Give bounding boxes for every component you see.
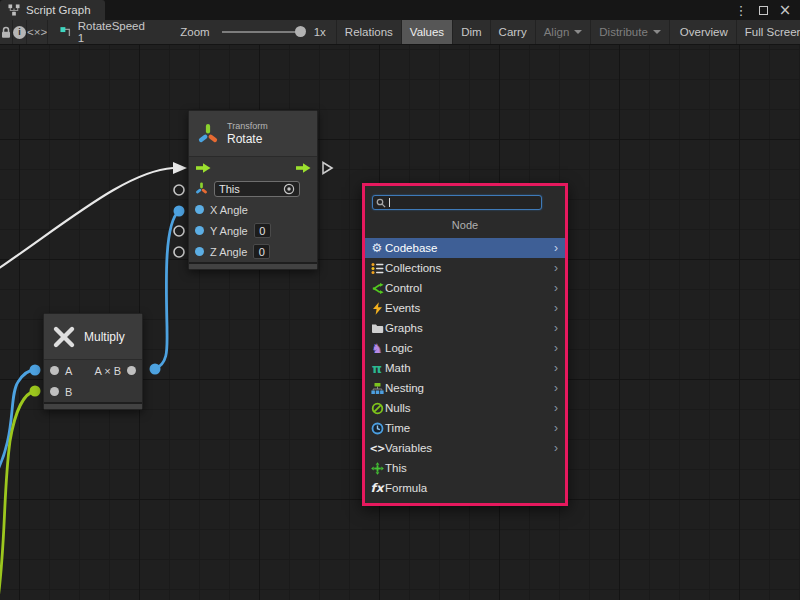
chevron-right-icon: ›	[554, 242, 565, 254]
item-label: Graphs	[385, 322, 423, 334]
yangle-port-row: Y Angle 0	[189, 220, 317, 241]
graph-canvas[interactable]: Transform Rotate	[0, 45, 800, 600]
distribute-button[interactable]: Distribute	[591, 20, 670, 44]
finder-item-codebase[interactable]: ⚙ Codebase ›	[365, 238, 565, 258]
item-label: Nulls	[385, 402, 411, 414]
port-multiply-b-connected[interactable]	[30, 386, 41, 397]
yangle-value-field[interactable]: 0	[254, 223, 271, 238]
port-multiply-output-connected[interactable]	[150, 364, 161, 375]
xangle-port[interactable]	[195, 205, 204, 214]
carry-button[interactable]: Carry	[491, 20, 536, 44]
fullscreen-button[interactable]: Full Screen	[737, 20, 800, 44]
lock-button[interactable]	[0, 20, 13, 44]
chevron-right-icon: ›	[554, 342, 565, 354]
port-xangle-connected[interactable]	[174, 206, 185, 217]
port-yangle-endpoint[interactable]	[174, 226, 184, 236]
dim-button[interactable]: Dim	[453, 20, 490, 44]
chevron-right-icon: ›	[554, 262, 565, 274]
wire-into-multiply-b[interactable]	[0, 391, 35, 600]
xangle-label: X Angle	[210, 204, 248, 216]
finder-item-nulls[interactable]: Nulls ›	[365, 398, 565, 418]
window-close-icon[interactable]: ×	[776, 1, 794, 19]
finder-item-control[interactable]: Control ›	[365, 278, 565, 298]
flow-input-arrow-icon[interactable]	[195, 162, 211, 174]
finder-item-graphs[interactable]: Graphs ›	[365, 318, 565, 338]
node-category: Transform	[227, 121, 268, 132]
values-button[interactable]: Values	[402, 20, 453, 44]
finder-item-nesting[interactable]: Nesting ›	[365, 378, 565, 398]
finder-item-variables[interactable]: <> Variables ›	[365, 438, 565, 458]
graph-icon	[8, 4, 20, 16]
wire-flow-in[interactable]	[0, 168, 173, 273]
node-title: Multiply	[84, 330, 125, 344]
transform-port-icon[interactable]	[195, 182, 208, 195]
window-maximize-icon[interactable]	[754, 1, 772, 19]
finder-item-formula[interactable]: fx Formula	[365, 478, 565, 498]
info-button[interactable]: i	[13, 20, 27, 44]
graph-asset-icon	[60, 26, 72, 39]
result-output-port[interactable]	[127, 366, 136, 375]
multiply-node[interactable]: Multiply A A × B B	[43, 313, 143, 410]
finder-item-this[interactable]: This	[365, 458, 565, 478]
transform-icon	[197, 123, 219, 145]
port-flow-out-endpoint[interactable]	[323, 163, 332, 174]
zoom-slider-handle[interactable]	[295, 26, 306, 37]
rotate-node-header[interactable]: Transform Rotate	[189, 111, 317, 157]
wire-flow-arrowhead	[173, 162, 187, 174]
object-picker-icon[interactable]	[283, 183, 295, 195]
tab-label: Script Graph	[26, 4, 91, 16]
flow-output-arrow-icon[interactable]	[295, 162, 311, 174]
node-footer	[189, 262, 317, 269]
finder-search-row	[365, 186, 565, 218]
rotate-node[interactable]: Transform Rotate	[188, 110, 318, 270]
collections-list-icon	[369, 262, 385, 275]
tab-script-graph[interactable]: Script Graph	[0, 0, 105, 20]
multiply-node-header[interactable]: Multiply	[44, 314, 142, 360]
caret-down-icon	[653, 30, 661, 34]
item-label: This	[385, 462, 407, 474]
zoom-label: Zoom	[180, 26, 209, 38]
chevron-right-icon: ›	[554, 282, 565, 294]
item-label: Math	[385, 362, 411, 374]
code-icon: <×>	[27, 26, 47, 38]
finder-item-collections[interactable]: Collections ›	[365, 258, 565, 278]
finder-item-logic[interactable]: ♞ Logic ›	[365, 338, 565, 358]
overview-button[interactable]: Overview	[672, 20, 737, 44]
zoom-slider[interactable]	[222, 31, 304, 33]
formula-fx-icon: fx	[369, 481, 385, 495]
window-menu-icon[interactable]: ⋮	[732, 1, 750, 19]
nesting-hierarchy-icon	[369, 382, 385, 395]
port-multiply-a-connected[interactable]	[30, 365, 41, 376]
zoom-control: Zoom 1x	[156, 20, 336, 44]
flow-port-row	[189, 157, 317, 178]
relations-button[interactable]: Relations	[336, 20, 402, 44]
finder-item-time[interactable]: Time ›	[365, 418, 565, 438]
chevron-right-icon: ›	[554, 422, 565, 434]
align-button[interactable]: Align	[536, 20, 592, 44]
item-label: Control	[385, 282, 422, 294]
zangle-port[interactable]	[195, 247, 204, 256]
port-this-endpoint[interactable]	[174, 185, 184, 195]
yangle-port[interactable]	[195, 226, 204, 235]
port-zangle-endpoint[interactable]	[174, 247, 184, 257]
this-field-value: This	[219, 183, 279, 195]
wire-into-multiply-a[interactable]	[0, 370, 35, 481]
finder-item-events[interactable]: Events ›	[365, 298, 565, 318]
graph-toolbar: i <×> RotateSpeed 1 Zoom 1x Relations Va…	[0, 20, 800, 45]
graph-breadcrumb[interactable]: RotateSpeed 1	[48, 20, 156, 44]
tab-bar: Script Graph ⋮ ×	[0, 0, 800, 20]
code-view-button[interactable]: <×>	[27, 20, 48, 44]
move-arrows-icon	[369, 462, 385, 475]
clock-icon	[369, 422, 385, 435]
a-input-port[interactable]	[50, 366, 59, 375]
this-object-field[interactable]: This	[214, 181, 300, 197]
finder-item-math[interactable]: π Math ›	[365, 358, 565, 378]
b-label: B	[65, 386, 72, 398]
zangle-value-field[interactable]: 0	[253, 244, 270, 259]
item-label: Time	[385, 422, 410, 434]
node-title: Rotate	[227, 132, 268, 146]
finder-search-input[interactable]	[372, 195, 542, 210]
null-slash-icon	[369, 402, 385, 415]
b-input-port[interactable]	[50, 387, 59, 396]
item-label: Codebase	[385, 242, 437, 254]
